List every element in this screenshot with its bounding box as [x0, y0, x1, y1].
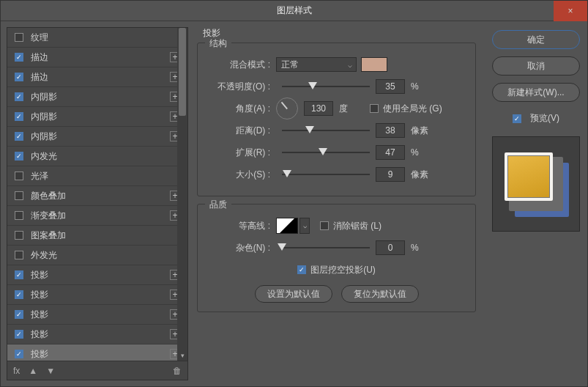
trash-icon[interactable]: 🗑: [173, 366, 182, 376]
effect-checkbox[interactable]: [15, 92, 23, 101]
effect-checkbox[interactable]: [15, 270, 23, 279]
effect-checkbox[interactable]: [15, 73, 23, 81]
effect-row-3[interactable]: 内阴影: [7, 87, 187, 107]
effect-label: 光泽: [31, 170, 48, 183]
effect-checkbox[interactable]: [15, 251, 23, 259]
effect-row-1[interactable]: 描边: [7, 48, 187, 67]
panel-heading: 投影: [203, 27, 476, 40]
effect-checkbox[interactable]: [15, 290, 23, 299]
effects-footer: fx ▲ ▼ 🗑: [7, 361, 187, 380]
distance-input[interactable]: 38: [376, 123, 405, 138]
scroll-thumb[interactable]: [179, 28, 186, 116]
close-button[interactable]: ×: [554, 1, 587, 21]
effect-label: 投影: [31, 328, 48, 341]
scrollbar[interactable]: ▴ ▾: [177, 28, 187, 361]
effect-row-11[interactable]: 外发光: [7, 246, 187, 265]
effect-row-16[interactable]: 投影: [7, 344, 187, 361]
effect-row-5[interactable]: 内阴影: [7, 127, 187, 147]
size-slider[interactable]: [282, 169, 370, 180]
preview-label: 预览(V): [530, 112, 559, 125]
effect-checkbox[interactable]: [15, 211, 23, 220]
distance-unit: 像素: [411, 125, 433, 137]
size-label: 大小(S) :: [206, 169, 276, 181]
effect-label: 投影: [31, 289, 48, 301]
contour-label: 等高线 :: [206, 220, 276, 232]
make-default-button[interactable]: 设置为默认值: [255, 285, 332, 303]
noise-label: 杂色(N) :: [206, 242, 276, 254]
shadow-color-swatch[interactable]: [361, 57, 387, 72]
effects-sidebar: 纹理描边描边内阴影内阴影内阴影内发光光泽颜色叠加渐变叠加图案叠加外发光投影投影投…: [7, 27, 188, 380]
effect-row-15[interactable]: 投影: [7, 325, 187, 344]
effect-checkbox[interactable]: [15, 330, 23, 339]
effect-label: 内阴影: [31, 130, 57, 143]
cancel-button[interactable]: 取消: [492, 56, 580, 75]
fx-icon[interactable]: fx: [13, 366, 20, 376]
effect-row-6[interactable]: 内发光: [7, 147, 187, 166]
effect-checkbox[interactable]: [15, 231, 23, 240]
reset-default-button[interactable]: 复位为默认值: [341, 285, 419, 303]
effect-row-2[interactable]: 描边: [7, 67, 187, 87]
preview-checkbox[interactable]: [513, 114, 521, 123]
antialias-label: 消除锯齿 (L): [333, 220, 382, 232]
effect-checkbox[interactable]: [15, 132, 23, 141]
titlebar: 图层样式 ×: [1, 1, 587, 21]
action-column: 确定 取消 新建样式(W)... 预览(V): [485, 21, 587, 386]
close-icon: ×: [567, 6, 573, 16]
antialias-checkbox[interactable]: [320, 221, 329, 230]
new-style-button[interactable]: 新建样式(W)...: [492, 83, 580, 102]
effect-row-7[interactable]: 光泽: [7, 166, 187, 186]
structure-legend: 结构: [205, 37, 231, 50]
spread-label: 扩展(R) :: [206, 147, 276, 159]
effect-checkbox[interactable]: [15, 191, 23, 200]
move-up-icon[interactable]: ▲: [29, 366, 37, 376]
opacity-unit: %: [411, 81, 433, 92]
effect-checkbox[interactable]: [15, 152, 23, 161]
effect-checkbox[interactable]: [15, 172, 23, 180]
distance-slider[interactable]: [282, 125, 370, 136]
opacity-input[interactable]: 35: [376, 79, 405, 94]
opacity-slider[interactable]: [282, 81, 370, 92]
effect-label: 投影: [31, 269, 48, 281]
angle-dial[interactable]: [276, 97, 298, 119]
spread-unit: %: [411, 147, 433, 158]
contour-picker[interactable]: [276, 218, 298, 234]
preview-thumbnail: [492, 136, 580, 232]
effect-row-10[interactable]: 图案叠加: [7, 226, 187, 246]
move-down-icon[interactable]: ▼: [46, 366, 55, 376]
effect-checkbox[interactable]: [15, 53, 23, 62]
effect-row-8[interactable]: 颜色叠加: [7, 186, 187, 206]
spread-slider[interactable]: [282, 147, 370, 158]
effect-label: 颜色叠加: [31, 190, 66, 202]
quality-legend: 品质: [205, 199, 231, 211]
angle-input[interactable]: 130: [304, 101, 333, 116]
global-light-checkbox[interactable]: [370, 104, 379, 113]
effect-label: 内发光: [31, 150, 57, 163]
effect-checkbox[interactable]: [15, 112, 23, 121]
effect-row-12[interactable]: 投影: [7, 265, 187, 285]
effect-checkbox[interactable]: [15, 33, 23, 42]
effect-checkbox[interactable]: [15, 350, 23, 358]
angle-unit: 度: [339, 103, 361, 115]
size-unit: 像素: [411, 169, 433, 181]
effect-row-14[interactable]: 投影: [7, 305, 187, 325]
effects-list[interactable]: 纹理描边描边内阴影内阴影内阴影内发光光泽颜色叠加渐变叠加图案叠加外发光投影投影投…: [7, 28, 187, 361]
effect-row-0[interactable]: 纹理: [7, 28, 187, 48]
blend-mode-label: 混合模式 :: [206, 59, 276, 71]
effect-row-4[interactable]: 内阴影: [7, 107, 187, 127]
size-input[interactable]: 9: [376, 167, 405, 182]
blend-mode-select[interactable]: 正常: [276, 57, 357, 72]
ok-button[interactable]: 确定: [492, 30, 580, 49]
knockout-checkbox[interactable]: [297, 265, 306, 274]
effect-checkbox[interactable]: [15, 310, 23, 319]
knockout-label: 图层挖空投影(U): [310, 264, 376, 276]
noise-unit: %: [411, 243, 433, 253]
contour-chevron-icon[interactable]: ⌵: [299, 218, 310, 234]
noise-slider[interactable]: [282, 242, 370, 254]
scroll-down-icon[interactable]: ▾: [177, 350, 187, 361]
spread-input[interactable]: 47: [376, 145, 405, 160]
effect-label: 渐变叠加: [31, 210, 66, 222]
effect-label: 外发光: [31, 249, 57, 262]
effect-row-9[interactable]: 渐变叠加: [7, 206, 187, 226]
noise-input[interactable]: 0: [376, 240, 405, 255]
effect-row-13[interactable]: 投影: [7, 285, 187, 305]
